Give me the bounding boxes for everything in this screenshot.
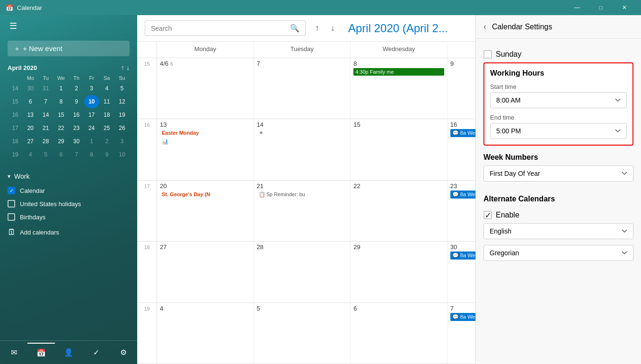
settings-back-button[interactable]: ‹: [483, 22, 486, 32]
calendar-event[interactable]: 📊: [160, 138, 251, 146]
day-number: 7: [257, 60, 348, 67]
mini-cal-day[interactable]: 4: [99, 82, 114, 95]
calendar-event[interactable]: ☀: [257, 129, 348, 137]
calendar-label: Calendar: [20, 187, 45, 194]
enable-alternate-checkbox[interactable]: ✓: [483, 211, 492, 219]
sunday-checkbox[interactable]: [483, 50, 492, 59]
settings-nav-button[interactable]: ⚙: [110, 343, 137, 362]
mini-cal-day[interactable]: 16: [69, 108, 84, 121]
calendar-day-cell[interactable]: 4/66: [157, 58, 254, 119]
calendar-event[interactable]: 4:30p Family me: [353, 68, 444, 76]
calendar-type-select[interactable]: GregorianHijriHebrewJapaneseKorean: [483, 245, 633, 261]
calendar-event[interactable]: 📋 5p Reminder: bu: [257, 191, 348, 199]
mini-cal-day[interactable]: 5: [114, 82, 130, 95]
calendar-event[interactable]: Easter Monday: [160, 129, 251, 137]
new-event-button[interactable]: + + New event: [8, 41, 130, 56]
calendar-checkbox[interactable]: [8, 187, 15, 194]
calendar-day-cell[interactable]: 14☀: [254, 119, 351, 180]
mini-cal-day[interactable]: 17: [84, 108, 99, 121]
mini-cal-day[interactable]: 20: [23, 121, 38, 135]
calendar-day-cell[interactable]: 84:30p Family me: [351, 58, 448, 119]
mini-cal-day[interactable]: 3: [114, 135, 130, 148]
mini-cal-day[interactable]: 1: [53, 82, 69, 95]
mini-cal-prev-button[interactable]: ↑: [121, 64, 124, 71]
calendar-day-cell[interactable]: 20St. George's Day (N: [157, 181, 254, 241]
sidebar-calendar-item[interactable]: Calendar: [0, 184, 137, 197]
mini-cal-day[interactable]: 15: [53, 108, 69, 121]
mini-cal-day[interactable]: 8: [53, 95, 69, 108]
mini-cal-day[interactable]: 3: [84, 82, 99, 95]
calendar-day-cell[interactable]: 5: [254, 303, 351, 364]
mini-cal-day[interactable]: 9: [99, 148, 114, 161]
calendar-day-cell[interactable]: 13Easter Monday📊: [157, 119, 254, 180]
mini-cal-day[interactable]: 24: [84, 121, 99, 135]
mini-cal-day[interactable]: 19: [114, 108, 130, 121]
mini-cal-day[interactable]: 4: [23, 148, 38, 161]
language-select[interactable]: EnglishArabicChineseFrenchGermanHebrewHi…: [483, 223, 633, 239]
calendar-day-cell[interactable]: 4: [157, 303, 254, 364]
calendar-day-cell[interactable]: 7: [254, 58, 351, 119]
mini-cal-day[interactable]: 28: [38, 135, 53, 148]
mini-cal-day[interactable]: 12: [114, 95, 130, 108]
tasks-nav-button[interactable]: ✓: [82, 343, 110, 362]
mini-cal-day[interactable]: 10: [114, 148, 130, 161]
mini-cal-day[interactable]: 29: [53, 135, 69, 148]
calendar-checkbox[interactable]: [8, 213, 15, 221]
mini-cal-day[interactable]: 23: [69, 121, 84, 135]
mini-cal-next-button[interactable]: ↓: [126, 64, 130, 71]
mini-cal-day[interactable]: 9: [69, 95, 84, 108]
mini-cal-day[interactable]: 1: [84, 135, 99, 148]
calendar-day-cell[interactable]: 29: [351, 242, 448, 302]
sidebar-calendar-item[interactable]: United States holidays: [0, 197, 137, 210]
mini-cal-day[interactable]: 7: [38, 95, 53, 108]
mini-cal-day[interactable]: 25: [99, 121, 114, 135]
mini-cal-day[interactable]: 30: [23, 82, 38, 95]
mini-calendar: April 2020 ↑ ↓ Mo Tu We Th Fr Sa: [0, 60, 137, 165]
mini-cal-day[interactable]: 10: [84, 95, 99, 108]
settings-panel: ‹ Calendar Settings Sunday Working Hours…: [475, 15, 641, 364]
hamburger-button[interactable]: ☰: [8, 19, 19, 33]
mini-cal-day[interactable]: 5: [38, 148, 53, 161]
calendar-event[interactable]: St. George's Day (N: [160, 191, 251, 198]
next-week-button[interactable]: ↓: [327, 21, 339, 35]
sidebar-calendar-item[interactable]: Birthdays: [0, 210, 137, 224]
calendar-nav-button[interactable]: 📅: [27, 343, 55, 362]
start-time-select[interactable]: 12:00 AM1:00 AM2:00 AM3:00 AM4:00 AM5:00…: [490, 92, 627, 108]
mini-cal-day[interactable]: 30: [69, 135, 84, 148]
title-bar-controls: — □ ✕: [566, 0, 635, 15]
mini-cal-day[interactable]: 2: [69, 82, 84, 95]
calendar-day-cell[interactable]: 15: [351, 119, 448, 180]
add-calendars-button[interactable]: 🗓 Add calendars: [0, 224, 137, 241]
close-button[interactable]: ✕: [614, 0, 635, 15]
mini-cal-day[interactable]: 2: [99, 135, 114, 148]
maximize-button[interactable]: □: [590, 0, 612, 15]
mail-nav-button[interactable]: ✉: [0, 343, 27, 362]
mini-cal-day[interactable]: 14: [38, 108, 53, 121]
mini-cal-day[interactable]: 13: [23, 108, 38, 121]
calendar-day-cell[interactable]: 22: [351, 181, 448, 241]
mini-cal-day[interactable]: 6: [23, 95, 38, 108]
mini-cal-day[interactable]: 11: [99, 95, 114, 108]
search-box[interactable]: 🔍: [145, 20, 306, 36]
mini-cal-day[interactable]: 6: [53, 148, 69, 161]
people-nav-button[interactable]: 👤: [55, 343, 82, 362]
mini-cal-day[interactable]: 26: [114, 121, 130, 135]
search-input[interactable]: [151, 25, 286, 32]
mini-cal-day[interactable]: 18: [99, 108, 114, 121]
calendar-day-cell[interactable]: 6: [351, 303, 448, 364]
calendar-day-cell[interactable]: 28: [254, 242, 351, 302]
week-numbers-select[interactable]: OffFirst Day Of YearFirst Full WeekFirst…: [483, 165, 633, 182]
mini-cal-day[interactable]: 31: [38, 82, 53, 95]
mini-cal-day[interactable]: 8: [84, 148, 99, 161]
mini-cal-day[interactable]: 21: [38, 121, 53, 135]
calendar-day-cell[interactable]: 27: [157, 242, 254, 302]
mini-cal-day[interactable]: 22: [53, 121, 69, 135]
mini-cal-day[interactable]: 27: [23, 135, 38, 148]
prev-week-button[interactable]: ↑: [311, 21, 323, 35]
mini-cal-day[interactable]: 7: [69, 148, 84, 161]
minimize-button[interactable]: —: [566, 0, 588, 15]
calendar-day-cell[interactable]: 21📋 5p Reminder: bu: [254, 181, 351, 241]
end-time-select[interactable]: 1:00 PM2:00 PM3:00 PM4:00 PM5:00 PM6:00 …: [490, 123, 627, 139]
calendar-checkbox[interactable]: [8, 200, 15, 208]
sidebar-section-header-work[interactable]: ▾ Work: [0, 169, 137, 184]
